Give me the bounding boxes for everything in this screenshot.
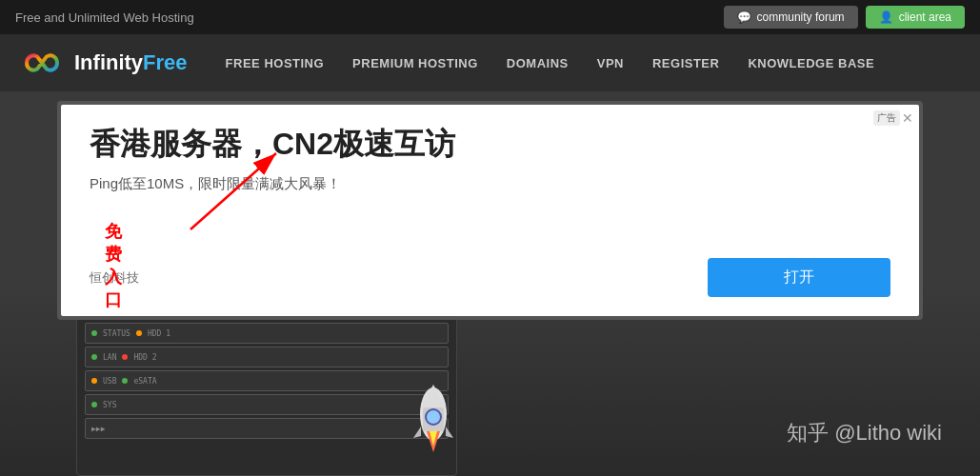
svg-point-3 [426, 409, 441, 425]
ad-inner: 广告 ✕ 香港服务器，CN2极速互访 Ping低至10MS，限时限量满减大风暴！… [61, 105, 919, 316]
rack-unit-2: LAN HDD 2 [85, 347, 449, 367]
rack-unit-4: SYS [85, 394, 449, 415]
led-hdd [136, 330, 142, 336]
ad-subtitle: Ping低至10MS，限时限量满减大风暴！ [90, 175, 890, 193]
ad-badge: 广告 ✕ [873, 110, 913, 126]
logo-infinity: Infinity [74, 50, 143, 74]
ad-main-title: 香港服务器，CN2极速互访 [90, 124, 890, 166]
ad-brand: 恒创科技 [90, 269, 139, 287]
top-bar: Free and Unlimited Web Hosting 💬 communi… [0, 0, 980, 34]
rack-unit-1: STATUS HDD 1 [85, 323, 449, 344]
nav-vpn[interactable]: VPN [597, 56, 624, 70]
rack-unit-3: USB eSATA [85, 370, 449, 391]
watermark: 知乎 @Litho wiki [787, 419, 942, 447]
navbar: InfinityFree FREE HOSTING PREMIUM HOSTIN… [0, 34, 980, 91]
nav-knowledge-base[interactable]: KNOWLEDGE BASE [748, 56, 874, 70]
ad-open-button[interactable]: 打开 [708, 258, 890, 297]
nav-free-hosting[interactable]: FREE HOSTING [226, 56, 325, 70]
ad-container: 广告 ✕ 香港服务器，CN2极速互访 Ping低至10MS，限时限量满减大风暴！… [57, 101, 923, 320]
led-4 [91, 402, 97, 407]
svg-marker-4 [413, 426, 421, 438]
top-bar-buttons: 💬 community forum 👤 client area [724, 6, 965, 29]
led-status [91, 330, 97, 336]
nav-links: FREE HOSTING PREMIUM HOSTING DOMAINS VPN… [226, 54, 875, 71]
rocket-icon [400, 381, 467, 466]
chat-icon: 💬 [737, 10, 751, 24]
client-area-button[interactable]: 👤 client area [866, 6, 965, 29]
logo-icon [19, 46, 65, 80]
community-forum-button[interactable]: 💬 community forum [724, 6, 858, 29]
user-icon: 👤 [879, 10, 893, 24]
led-usb [91, 378, 97, 384]
nav-domains[interactable]: DOMAINS [507, 56, 569, 70]
ad-footer: 恒创科技 打开 [90, 243, 890, 297]
svg-marker-5 [446, 426, 453, 438]
led-hdd2 [122, 354, 128, 360]
nav-premium-hosting[interactable]: PREMIUM HOSTING [352, 56, 478, 70]
logo-text: InfinityFree [74, 50, 188, 75]
ad-close-button[interactable]: ✕ [902, 110, 913, 126]
main-content: STATUS HDD 1 LAN HDD 2 USB eSATA SYS [0, 91, 980, 476]
led-lan [91, 354, 97, 360]
ad-label: 广告 [873, 110, 900, 126]
site-tagline: Free and Unlimited Web Hosting [15, 10, 194, 25]
nav-register[interactable]: REGISTER [652, 56, 719, 70]
rack-unit-5: ▶▶▶ [85, 418, 449, 439]
logo-free: Free [143, 50, 187, 74]
logo-link[interactable]: InfinityFree [19, 46, 188, 80]
led-esata [122, 378, 128, 384]
